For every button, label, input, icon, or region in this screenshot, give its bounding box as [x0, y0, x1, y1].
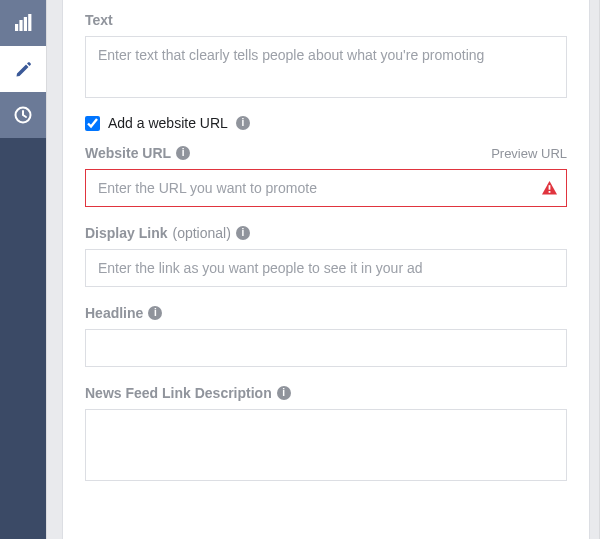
headline-label-text: Headline	[85, 305, 143, 321]
info-icon: i	[236, 116, 250, 130]
display-link-label-text: Display Link	[85, 225, 167, 241]
svg-rect-2	[24, 17, 27, 31]
news-feed-desc-label-text: News Feed Link Description	[85, 385, 272, 401]
website-url-input[interactable]	[85, 169, 567, 207]
display-link-input[interactable]	[85, 249, 567, 287]
add-url-row: Add a website URL i	[85, 115, 567, 131]
text-label-text: Text	[85, 12, 113, 28]
field-display-link: Display Link (optional) i	[85, 225, 567, 287]
headline-label: Headline i	[85, 305, 567, 321]
field-website-url: Website URL i Preview URL	[85, 145, 567, 207]
text-label: Text	[85, 12, 567, 28]
info-icon: i	[236, 226, 250, 240]
sidebar	[0, 0, 46, 539]
clock-icon	[14, 106, 32, 124]
pencil-icon	[15, 61, 32, 78]
bar-chart-icon	[14, 14, 32, 32]
headline-input[interactable]	[85, 329, 567, 367]
info-icon: i	[176, 146, 190, 160]
field-text: Text	[85, 12, 567, 101]
add-url-checkbox[interactable]	[85, 116, 100, 131]
field-news-feed-desc: News Feed Link Description i	[85, 385, 567, 484]
sidebar-item-edit[interactable]	[0, 46, 46, 92]
svg-rect-3	[28, 14, 31, 31]
website-url-label: Website URL i	[85, 145, 190, 161]
add-url-label: Add a website URL	[108, 115, 228, 131]
svg-rect-1	[19, 20, 22, 31]
svg-rect-0	[15, 24, 18, 31]
right-gutter	[590, 0, 600, 539]
display-link-optional: (optional)	[172, 225, 230, 241]
preview-url-link[interactable]: Preview URL	[491, 146, 567, 161]
display-link-label: Display Link (optional) i	[85, 225, 567, 241]
sidebar-spacer	[0, 138, 46, 539]
text-input[interactable]	[85, 36, 567, 98]
sidebar-item-history[interactable]	[0, 92, 46, 138]
sidebar-item-performance[interactable]	[0, 0, 46, 46]
website-url-label-text: Website URL	[85, 145, 171, 161]
info-icon: i	[148, 306, 162, 320]
field-headline: Headline i	[85, 305, 567, 367]
news-feed-desc-input[interactable]	[85, 409, 567, 481]
left-gutter	[46, 0, 62, 539]
info-icon: i	[277, 386, 291, 400]
news-feed-desc-label: News Feed Link Description i	[85, 385, 567, 401]
form-panel: Text Add a website URL i Website URL i P…	[62, 0, 590, 539]
